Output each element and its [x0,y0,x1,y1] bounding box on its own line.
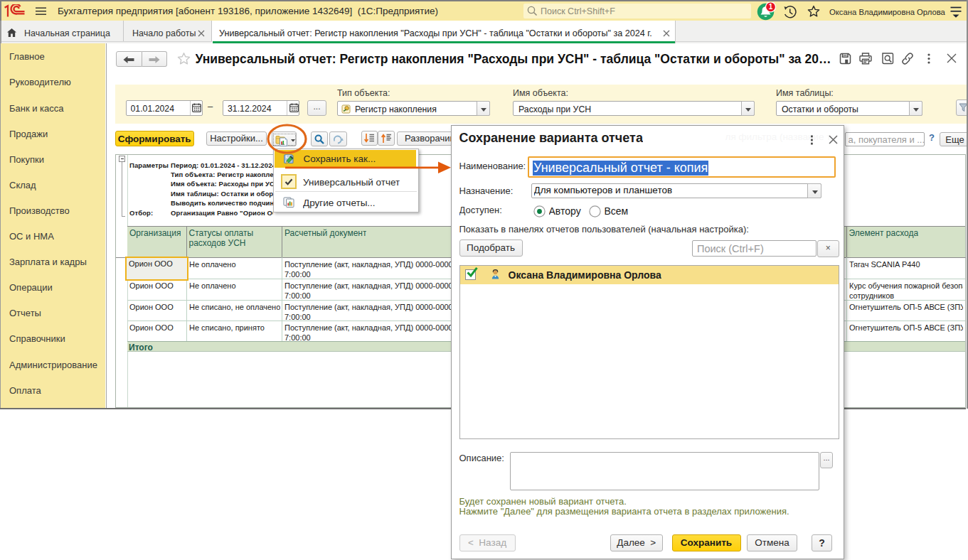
svg-text:1: 1 [769,3,773,11]
